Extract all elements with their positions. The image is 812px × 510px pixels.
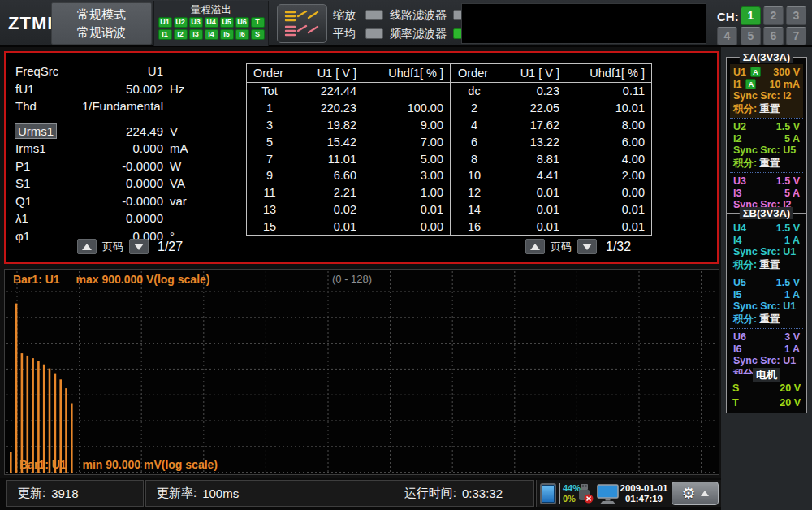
chart-min-label: Bar1: U1 min 90.000 mV(log scale) [19,458,218,471]
channel-button-5[interactable]: 5 [741,27,761,45]
sidebar-group-3: 电机S20 VT20 V [726,374,807,413]
channel-button-7[interactable]: 7 [786,27,806,45]
date-value: 2009-01-01 [618,483,670,494]
table-row: Tot224.44 [247,83,450,100]
harmonic-table-body: dc0.230.11222.0510.01417.628.00613.226.0… [451,83,651,235]
cell-u1: 17.62 [497,119,574,132]
sidebar-channel-group: U1A300 VI1A10 mASync Src: I2积分:重置 [730,64,803,118]
cell-uhdf1: 10.01 [574,102,651,115]
voltage-overflow-indicators: U1U2U3U4U5U6T [154,17,268,28]
toggle-switch[interactable] [365,10,383,20]
current-overflow-indicators: I1I2I3I4I5I6S [154,29,268,40]
readout-value: U1 [69,64,163,78]
chart-title: Bar1: U1 [19,458,67,471]
cell-u1: 0.01 [497,220,574,233]
cell-order: 4 [451,119,497,132]
power-analyzer-screen: ZTMI 常规模式 常规谐波 量程溢出 U1U2U3U4U5U6T I1I2I3… [0,0,812,510]
sync-source-label: Sync Src: U1 [731,300,802,313]
brand-logo: ZTMI [8,13,53,34]
filter-toggle-area: 缩放线路滤波器 平均频率滤波器 [333,6,477,44]
wiring-button[interactable] [277,4,327,43]
cell-order: 2 [451,102,497,115]
cell-order: 6 [451,136,497,149]
table-row: 160.010.01 [451,218,651,235]
table-row: 140.010.01 [451,201,651,218]
motor-phase: T [732,397,739,408]
harmonic-bar-chart: Bar1: U1 max 900.000 V(log scale) (0 - 1… [4,269,719,475]
toggle-switch[interactable] [365,28,383,39]
readout-name: FreqSrc [15,64,69,78]
channel-range-value: 1 A [784,289,800,300]
channel-button-4[interactable]: 4 [717,27,737,45]
mode-selector[interactable]: 常规模式 常规谐波 [51,2,152,45]
channel-name: U3 [733,175,746,187]
cell-order: 15 [247,220,292,233]
chart-title: Bar1: U1 [13,273,60,286]
col-header-uhdf1: Uhdf1[ % ] [574,67,651,80]
channel-range-value: 1.5 V [776,175,800,187]
cell-uhdf1: 5.00 [371,153,450,166]
pager-label: 页码 [102,240,123,254]
readout-name: Urms1 [15,124,69,138]
cell-u1: 0.01 [497,203,574,216]
page-up-button[interactable] [77,239,97,254]
settings-button[interactable]: ⚙ [672,482,719,505]
cell-u1: 220.23 [292,102,371,115]
selected-item-cursor[interactable]: Urms1 [15,124,56,138]
page-up-icon [530,244,540,250]
cell-u1: 0.01 [292,220,371,233]
cell-u1: 224.44 [292,84,371,97]
integration-label: 积分: [733,259,757,270]
wiring-sidebar: ΣA(3V3A)U1A300 VI1A10 mASync Src: I2积分:重… [721,47,812,510]
channel-button-3[interactable]: 3 [786,6,806,25]
sidebar-channel-row: U63 V [731,331,802,343]
channel-range-value: 1 A [784,344,800,355]
integration-value: 重置 [759,103,780,115]
cell-u1: 8.81 [497,153,574,166]
channel-range-value: 1.5 V [776,277,800,288]
readout-value: 0.0000 [69,211,163,225]
page-down-button[interactable] [129,239,149,254]
page-up-button[interactable] [525,239,545,254]
readout-value: 50.002 [69,82,163,96]
channel-range-value: 3 V [784,331,800,343]
toggle-label: 缩放 [333,8,362,23]
update-rate-section: 更新率: 100ms 运行时间: 0:33:32 [145,480,534,507]
readout-name: fU1 [15,82,69,96]
update-value: 3918 [51,486,78,500]
sidebar-group-title: ΣB(3V3A) [740,207,793,219]
channel-button-2[interactable]: 2 [763,6,784,25]
channel-button-1[interactable]: 1 [741,6,761,25]
page-down-button[interactable] [577,239,597,254]
readout-value: 0.0000 [69,176,163,190]
table-row: 120.010.00 [451,184,651,201]
col-header-u1: U1 [ V ] [497,67,574,80]
measurement-panel: FreqSrcU1fU150.002HzThd1/FundamentalUrms… [4,51,719,264]
sync-source-label: Sync Src: U1 [731,246,802,258]
cell-uhdf1: 6.00 [574,136,651,149]
table-row: 130.020.01 [247,201,450,218]
chart-max-scale: max 900.000 V(log scale) [76,273,209,286]
integration-value: 重置 [759,158,780,169]
readout-value: -0.0000 [69,194,163,208]
harmonic-table-left: Order U1 [ V ] Uhdf1[ % ] Tot224.441220.… [246,63,451,236]
channel-range-value: 10 mA [769,79,800,90]
toggle-label: 线路滤波器 [390,8,450,23]
cell-u1: 15.42 [292,136,371,149]
integration-value: 重置 [759,313,780,325]
chart-max-label: Bar1: U1 max 900.000 V(log scale) [13,273,209,286]
chart-min-scale: min 90.000 mV(log scale) [82,458,218,471]
sync-source-label: Sync Src: U5 [731,145,802,157]
motor-value: 20 V [780,382,801,394]
cell-u1: 22.05 [497,102,574,115]
channel-button-6[interactable]: 6 [763,27,784,45]
harmonic-table-header: Order U1 [ V ] Uhdf1[ % ] [451,64,651,83]
sidebar-channel-row: I41 A [731,234,802,246]
col-header-u1: U1 [ V ] [292,67,371,80]
channel-panel: CH: 1234567 [713,0,812,47]
cell-order: 9 [247,169,292,182]
pager-value: 1/32 [606,240,631,254]
cell-uhdf1: 0.01 [574,203,651,216]
readout-row: S10.0000VA [15,175,192,192]
col-header-order: Order [451,67,497,80]
